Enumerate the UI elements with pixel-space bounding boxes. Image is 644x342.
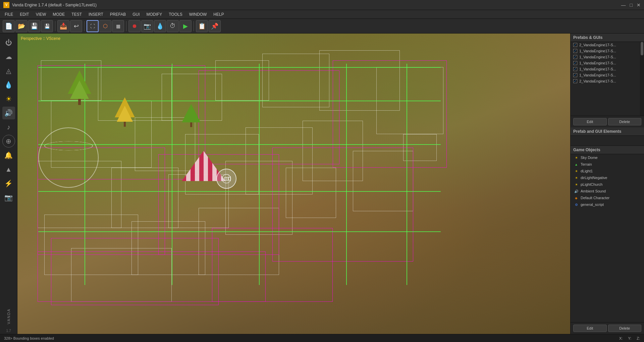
prefab-item-3[interactable]: 1_VandaEngine17-S... [571, 54, 644, 60]
grid-green-v5 [407, 64, 407, 285]
viewport[interactable]: Perspective :: VScene [17, 34, 570, 334]
tool-lightning[interactable]: ⚡ [2, 177, 15, 190]
coord-z-label: Z: [637, 336, 640, 340]
toolbar-import[interactable]: 📥 [57, 20, 69, 32]
game-object-buttons: Edit Delete [571, 322, 644, 334]
prefab-text-2: 1_VandaEngine17-S... [579, 49, 616, 53]
prefab-item-7[interactable]: 2_VandaEngine17-S... [571, 78, 644, 84]
prefab-item-2[interactable]: 1_VandaEngine17-S... [571, 48, 644, 54]
svg-point-3 [226, 178, 227, 180]
prefab-checkbox-1[interactable] [573, 43, 577, 47]
prefab-item-6[interactable]: 1_VandaEngine17-S... [571, 72, 644, 78]
tool-cloud[interactable]: ☁ [2, 50, 15, 63]
toolbar-undo[interactable]: ↩ [70, 20, 82, 32]
prefab-item-4[interactable]: 1_VandaEngine17-S... [571, 60, 644, 66]
toolbar-sep-2 [84, 21, 85, 31]
toolbar-cube[interactable]: ⬡ [99, 20, 111, 32]
tool-water[interactable]: 💧 [2, 78, 15, 91]
menu-bar: FILE EDIT VIEW MODE TEST INSERT PREFAB G… [0, 10, 644, 19]
go-edit-button[interactable]: Edit [573, 325, 607, 332]
status-bar: 328> Bounding boxes enabled X: Y: Z: [0, 334, 644, 342]
menu-help[interactable]: HELP [211, 11, 226, 17]
grid-green-2 [38, 101, 441, 101]
prefab-checkbox-7[interactable] [573, 79, 577, 83]
grid-green-5 [38, 231, 441, 232]
prefab-item-1[interactable]: 2_VandaEngine17-S... [571, 42, 644, 48]
go-dirlightnegative[interactable]: ☀ dirLightNegative [571, 174, 644, 181]
menu-mode[interactable]: MODE [50, 11, 67, 17]
toolbar-select[interactable]: ⛶ [87, 20, 99, 32]
tool-music[interactable]: ♪ [2, 121, 15, 133]
menu-prefab[interactable]: PREFAB [107, 11, 128, 17]
prefab-checkbox-3[interactable] [573, 55, 577, 59]
prefab-text-5: 1_VandaEngine17-S... [579, 67, 616, 71]
prefab-scrollbar[interactable] [640, 42, 644, 116]
menu-test[interactable]: TEST [69, 11, 85, 17]
prefab-checkbox-5[interactable] [573, 67, 577, 71]
minimize-button[interactable]: — [621, 2, 626, 8]
prefab-delete-button[interactable]: Delete [608, 118, 642, 125]
toolbar-screenshot[interactable]: 📷 [141, 20, 153, 32]
go-terrain[interactable]: ▲ Terrain [571, 161, 644, 168]
prefab-text-6: 1_VandaEngine17-S... [579, 73, 616, 77]
prefab-text-1: 2_VandaEngine17-S... [579, 43, 616, 47]
go-label-default-character: Default Character [581, 196, 609, 200]
tool-mountain[interactable]: ▲ [2, 163, 15, 176]
grid-green-v2 [172, 64, 172, 285]
toolbar-paste[interactable]: 📌 [209, 20, 221, 32]
status-message: 328> Bounding boxes enabled [4, 336, 54, 340]
right-panel: Prefabs & GUIs 2_VandaEngine17-S... 1_Va… [570, 34, 644, 334]
menu-window[interactable]: WINDOW [186, 11, 210, 17]
menu-gui[interactable]: GUI [130, 11, 142, 17]
prefab-checkbox-2[interactable] [573, 49, 577, 53]
menu-tools[interactable]: TOOLS [166, 11, 185, 17]
go-delete-button[interactable]: Delete [608, 325, 642, 332]
svg-rect-1 [224, 177, 228, 180]
menu-modify[interactable]: MODIFY [144, 11, 165, 17]
toolbar-record[interactable]: ⏺ [128, 20, 141, 32]
toolbar-water[interactable]: 💧 [154, 20, 166, 32]
toolbar-sep-3 [126, 21, 126, 31]
go-general-script[interactable]: ⚙ general_script [571, 201, 644, 208]
toolbar-copy[interactable]: 📋 [196, 20, 208, 32]
prefab-item-5[interactable]: 1_VandaEngine17-S... [571, 66, 644, 72]
tool-sound[interactable]: 🔊 [2, 107, 15, 119]
toolbar-new[interactable]: 📄 [3, 20, 15, 32]
prefab-elements-content [571, 136, 644, 146]
sidebar-brand-label: VANDA [7, 308, 11, 324]
toolbar-play[interactable]: ▶ [179, 20, 192, 32]
sidebar-version: 1.7 [6, 329, 11, 333]
tool-compass[interactable]: ⊕ [2, 135, 15, 148]
toolbar-save[interactable]: 💾 [28, 20, 40, 32]
go-icon-default-character: ◈ [574, 195, 579, 200]
tool-camera[interactable]: 📷 [2, 191, 15, 204]
menu-insert[interactable]: INSERT [86, 11, 106, 17]
tool-sun[interactable]: ☀ [2, 93, 15, 105]
tool-bell[interactable]: 🔔 [2, 149, 15, 162]
go-ambient-sound[interactable]: 🔊 Ambient Sound [571, 188, 644, 194]
prefab-edit-button[interactable]: Edit [573, 118, 607, 125]
go-default-character[interactable]: ◈ Default Character [571, 194, 644, 201]
tool-terrain[interactable]: ◬ [2, 64, 15, 77]
go-dlight1[interactable]: ☀ dLight1 [571, 168, 644, 174]
toolbar-terrain[interactable]: ▦ [112, 20, 124, 32]
toolbar-open[interactable]: 📂 [15, 20, 28, 32]
prefab-checkbox-4[interactable] [573, 61, 577, 65]
grid-green-1 [38, 67, 441, 68]
prefab-scrollbar-thumb[interactable] [641, 42, 643, 55]
toolbar-save-as[interactable]: 💾 [41, 20, 53, 32]
grid-green-4 [38, 191, 441, 192]
menu-edit[interactable]: EDIT [17, 11, 32, 17]
tool-power[interactable]: ⏻ [2, 36, 15, 49]
toolbar-clock[interactable]: ⏱ [167, 20, 179, 32]
game-objects-header: Game Objects [571, 146, 644, 154]
viewport-scene [17, 34, 570, 334]
prefab-checkbox-6[interactable] [573, 73, 577, 77]
go-plightchurch[interactable]: ☀ pLightChurch [571, 181, 644, 188]
go-sky-dome[interactable]: ☀ Sky Dome [571, 154, 644, 161]
menu-view[interactable]: VIEW [33, 11, 49, 17]
close-button[interactable]: ✕ [637, 2, 641, 8]
main-layout: ⏻ ☁ ◬ 💧 ☀ 🔊 ♪ ⊕ 🔔 ▲ ⚡ 📷 VANDA 1.7 Perspe… [0, 34, 644, 334]
maximize-button[interactable]: □ [630, 2, 633, 8]
menu-file[interactable]: FILE [2, 11, 16, 17]
